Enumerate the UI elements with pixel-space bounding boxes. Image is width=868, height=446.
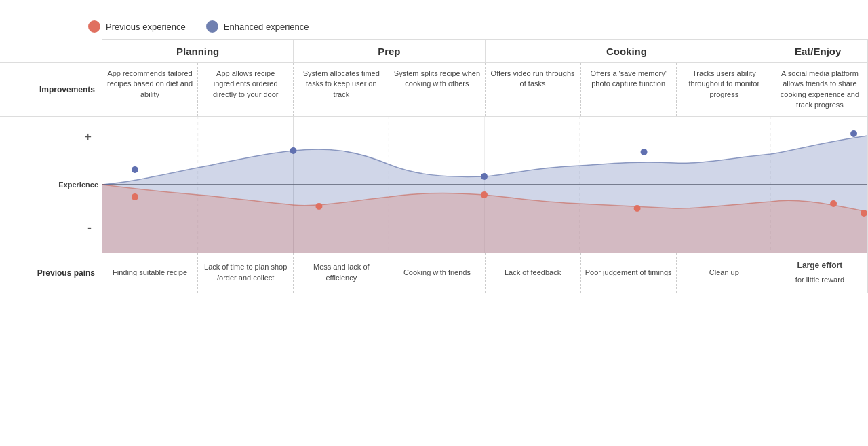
- legend-enhanced: Enhanced experience: [206, 20, 309, 33]
- svg-point-12: [850, 130, 857, 137]
- improvement-5: Offers a 'save memory' photo capture fun…: [581, 63, 677, 116]
- enhanced-dot: [206, 20, 218, 33]
- graph-svg: [102, 117, 868, 253]
- improvement-2: System allocates timed tasks to keep use…: [294, 63, 389, 116]
- pains-area: Previous pains Finding suitable recipe L…: [0, 253, 868, 293]
- y-minus-label: -: [87, 221, 92, 236]
- svg-point-8: [132, 166, 138, 173]
- pain-5: Poor judgement of timings: [581, 253, 677, 293]
- chart-container: Previous experience Enhanced experience …: [0, 0, 868, 446]
- y-experience-label: Experience: [58, 179, 98, 189]
- section-eat-enjoy: Eat/Enjoy: [768, 40, 867, 62]
- legend: Previous experience Enhanced experience: [0, 14, 868, 39]
- svg-point-10: [481, 173, 488, 180]
- legend-previous: Previous experience: [88, 20, 186, 33]
- section-prep: Prep: [294, 40, 485, 62]
- svg-point-18: [861, 210, 867, 217]
- previous-dot: [88, 20, 100, 33]
- y-axis-labels: + Experience -: [0, 117, 102, 253]
- improvement-3: System splits recipe when cooking with o…: [389, 63, 485, 116]
- pain-7: Large effort for little reward: [772, 253, 867, 293]
- previous-label: Previous experience: [106, 22, 186, 32]
- pain-3: Cooking with friends: [389, 253, 485, 293]
- svg-point-17: [830, 200, 837, 207]
- svg-point-14: [315, 203, 322, 210]
- improvements-label: Improvements: [0, 62, 102, 117]
- pains-content: Finding suitable recipe Lack of time to …: [102, 253, 868, 293]
- improvement-7: A social media platform allows friends t…: [772, 63, 867, 116]
- pain-6: Clean up: [677, 253, 772, 293]
- improvement-0: App recommends tailored recipes based on…: [102, 63, 198, 116]
- improvement-1: App allows recipe ingredients ordered di…: [198, 63, 294, 116]
- svg-point-9: [290, 147, 297, 154]
- svg-point-15: [481, 191, 488, 198]
- pain-0: Finding suitable recipe: [102, 253, 198, 293]
- pain-4: Lack of feedback: [486, 253, 581, 293]
- svg-point-13: [132, 193, 138, 200]
- section-planning: Planning: [102, 40, 294, 62]
- improvements-area: Improvements App recommends tailored rec…: [0, 62, 868, 117]
- section-cooking: Cooking: [486, 40, 769, 62]
- y-plus-label: +: [84, 130, 92, 145]
- pain-1: Lack of time to plan shop /order and col…: [198, 253, 294, 293]
- svg-point-16: [634, 205, 641, 212]
- pains-label: Previous pains: [0, 253, 102, 293]
- pain-2: Mess and lack of efficiency: [294, 253, 389, 293]
- svg-point-11: [641, 149, 648, 155]
- improvements-content: App recommends tailored recipes based on…: [102, 62, 868, 117]
- improvement-4: Offers video run throughs of tasks: [486, 63, 581, 116]
- graph-area: + Experience -: [0, 117, 868, 253]
- enhanced-label: Enhanced experience: [224, 22, 309, 32]
- sections-header: Planning Prep Cooking Eat/Enjoy: [0, 39, 868, 62]
- improvement-6: Tracks users ability throughout to monit…: [677, 63, 772, 116]
